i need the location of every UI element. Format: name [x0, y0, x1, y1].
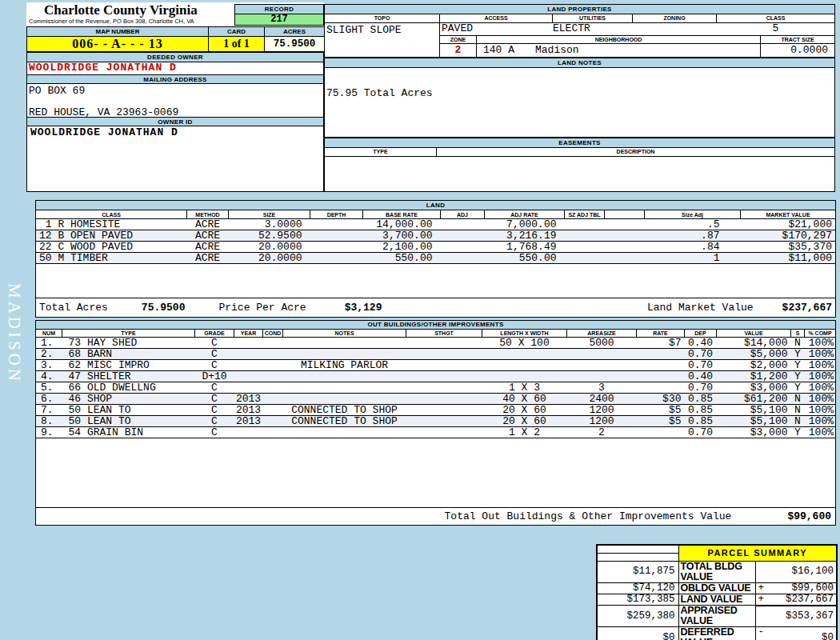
out-building-row: 1. 73 HAY SHED C 50 X 100 5000 $7 0.40 $… [36, 338, 836, 349]
land-column-header: MARKET VALUE [741, 210, 836, 219]
ob-sthgt [406, 360, 482, 371]
ps-row-label: DEFERRED VALUE [678, 627, 755, 640]
land-column-header: Size Adj [645, 210, 741, 219]
land-column-header: ADJ [441, 210, 485, 219]
land-market-value: $11,000 [741, 253, 836, 264]
ps-amount: $237,667 [786, 594, 834, 605]
out-buildings-column-header: YEAR [234, 330, 263, 338]
ob-sthgt [406, 416, 482, 427]
ob-num: 3. [36, 360, 62, 371]
ob-num: 1. [36, 338, 62, 349]
land-column-header: CLASS [36, 210, 187, 219]
ob-area: 5000 [567, 338, 637, 349]
ps-amount: $99,600 [792, 582, 834, 594]
land-size-adj: .5 [645, 219, 741, 230]
ob-cond [263, 427, 283, 438]
ob-rate: $30 [637, 394, 685, 405]
land-column-header: BASE RATE [363, 210, 441, 219]
land-depth [310, 242, 363, 253]
ob-year [234, 338, 263, 349]
ob-rate [637, 427, 685, 438]
easements-panel: EASEMENTS TYPE DESCRIPTION [324, 138, 835, 192]
ob-dep: 0.70 [685, 427, 717, 438]
out-building-row: 8. 50 LEAN TO C 2013 CONNECTED TO SHOP 2… [36, 416, 836, 427]
ob-grade: D+10 [195, 371, 234, 382]
ob-sthgt [406, 382, 482, 394]
ob-length-width [482, 371, 567, 382]
ob-dep: 0.85 [685, 416, 717, 427]
land-market-value: $21,000 [741, 219, 836, 230]
ob-num: 5. [36, 382, 62, 394]
parcel-summary-row: $11,875 TOTAL BLDG VALUE $16,100 [597, 561, 837, 582]
out-buildings-total-label: Total Out Buildings & Other Improvements… [445, 510, 732, 522]
ob-year [234, 427, 263, 438]
land-adj-rate: 550.00 [485, 253, 565, 264]
ob-s-flag: N [791, 416, 805, 427]
ob-cond [263, 349, 283, 360]
ob-notes [283, 382, 406, 394]
ob-dep: 0.70 [685, 349, 717, 360]
ob-value: $2,000 [717, 360, 791, 371]
ob-s-flag: N [791, 338, 805, 349]
zoning-label: ZONING [633, 14, 717, 22]
land-properties-title: LAND PROPERTIES [325, 5, 834, 14]
ob-s-flag: N [791, 394, 805, 405]
ob-length-width: 50 X 100 [482, 338, 567, 349]
out-building-row: 5. 66 OLD DWELLNG C 1 X 3 3 0.70 $3,000 … [36, 382, 836, 394]
mailing-address: PO BOX 69 RED HOUSE, VA 23963-0069 [27, 84, 323, 117]
ps-amount: $16,100 [792, 566, 834, 577]
land-size-adj: 1 [645, 253, 741, 264]
ob-type: 50 LEAN TO [62, 405, 195, 416]
ob-cond [263, 382, 283, 394]
neighborhood-name: Madison [535, 44, 579, 57]
land-sz-adj-tbl [565, 219, 605, 230]
land-adj-rate: 1,768.49 [485, 242, 565, 253]
out-building-row: 4. 47 SHELTER D+10 0.40 $1,200 Y 100% [36, 371, 836, 382]
ob-rate: $5 [637, 416, 685, 427]
ps-amount: $0 [822, 632, 834, 640]
ob-s-flag: Y [791, 371, 805, 382]
neighborhood-label: NEIGHBORHOOD [477, 36, 761, 43]
district-sidebar-label: MADISON [2, 266, 24, 402]
ps-sign: + [758, 583, 765, 594]
tract-size-value: 0.0000 [761, 44, 834, 57]
out-buildings-title: OUT BUILDINGS/OTHER IMPROVEMENTS [36, 321, 836, 330]
ob-s-flag: Y [791, 427, 805, 438]
land-size-adj: .87 [645, 230, 741, 242]
out-buildings-column-header: S [791, 330, 805, 338]
out-buildings-column-header: LENGTH X WIDTH [482, 330, 567, 338]
ob-pct-comp: 100% [805, 382, 836, 394]
map-number-label: MAP NUMBER [27, 27, 209, 37]
land-blank [605, 253, 645, 264]
ps-empty-cell [597, 553, 678, 561]
ob-s-flag: Y [791, 382, 805, 394]
owner-panel: DEEDED OWNER WOOLDRIDGE JONATHAN D MAILI… [26, 52, 324, 192]
easements-title: EASEMENTS [325, 138, 834, 148]
ob-type: 50 LEAN TO [62, 416, 195, 427]
ob-type: 66 OLD DWELLNG [62, 382, 195, 394]
land-method: ACRE [187, 253, 229, 264]
ob-rate [637, 371, 685, 382]
ob-area: 1200 [567, 405, 637, 416]
land-totals-row: Total Acres 75.9500 Price Per Acre $3,12… [36, 298, 835, 317]
ob-area: 2400 [567, 394, 637, 405]
out-building-row: 7. 50 LEAN TO C 2013 CONNECTED TO SHOP 2… [36, 405, 836, 416]
ob-rate [637, 349, 685, 360]
ps-prior-value: $11,875 [597, 561, 678, 582]
ob-grade: C [195, 360, 234, 371]
ob-length-width [482, 349, 567, 360]
ob-notes: MILKING PARLOR [283, 360, 406, 371]
map-card-table: MAP NUMBER CARD ACRES 006- - A- - - 13 1… [26, 26, 325, 52]
neighborhood-value: 140 A Madison [477, 44, 761, 57]
easements-headers: TYPE DESCRIPTION [325, 148, 834, 157]
ob-year [234, 371, 263, 382]
ob-s-flag: Y [791, 349, 805, 360]
land-adj-rate: 3,216.19 [485, 230, 565, 242]
ps-prior-value: $74,120 [597, 582, 678, 594]
out-buildings-header-row: NUMTYPEGRADEYEARCONDNOTESSTHGTLENGTH X W… [36, 330, 836, 338]
ps-row-label: OBLDG VALUE [678, 582, 755, 594]
ob-num: 2. [36, 349, 62, 360]
parcel-summary-table: PARCEL SUMMARY $11,875 TOTAL BLDG VALUE … [596, 544, 838, 640]
ob-type: 46 SHOP [62, 394, 195, 405]
land-notes-panel: LAND NOTES 75.95 Total Acres [324, 58, 835, 138]
